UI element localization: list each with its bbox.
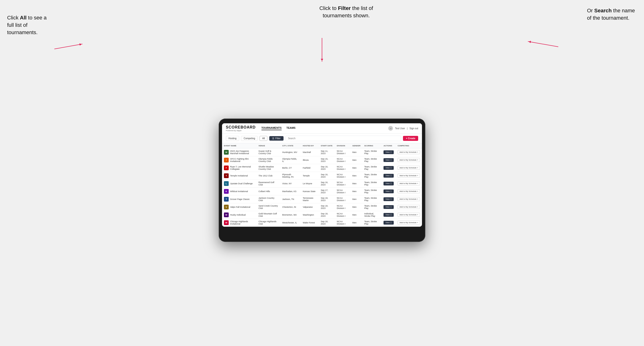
cell-actions: View ⓘ <box>382 156 396 164</box>
table-row: V Valpo Fall Invitational Sand Creek Cou… <box>222 203 422 211</box>
view-button[interactable]: View ⓘ <box>384 150 394 154</box>
cell-competing: Add to My Schedule + <box>396 172 422 179</box>
view-button[interactable]: View ⓘ <box>384 158 394 162</box>
cell-hosted-by: Illinois <box>301 156 319 164</box>
event-name: Chicago Highlands Invitational <box>230 220 254 225</box>
cell-event-name: K Wildcat Invitational <box>222 187 256 195</box>
cell-actions: View ⓘ <box>382 179 396 187</box>
cell-hosted-by: Washington <box>301 211 319 219</box>
cell-division: NCAA Division I <box>335 179 350 187</box>
search-input[interactable] <box>286 136 401 141</box>
cell-start-date: Sep 18, 2023 <box>319 195 335 203</box>
table-row: T Temple Invitational The 1912 Club Plym… <box>222 172 422 179</box>
cell-start-date: Sep 18, 2023 <box>319 203 335 211</box>
view-button[interactable]: View ⓘ <box>384 221 394 225</box>
add-to-schedule-button[interactable]: Add to My Schedule + <box>398 173 420 178</box>
cell-competing: Add to My Schedule + <box>396 179 422 187</box>
event-name: Grover Page Classic <box>230 198 250 200</box>
col-hosted-by: HOSTED BY <box>301 143 319 149</box>
add-to-schedule-button[interactable]: Add to My Schedule + <box>398 205 420 209</box>
table-row: K Wildcat Invitational Colbert Hills Man… <box>222 187 422 195</box>
arrow-left <box>54 44 83 49</box>
tablet-device: SCOREBOARD Powered by clippd TOURNAMENTS… <box>219 119 425 242</box>
header-left: SCOREBOARD Powered by clippd TOURNAMENTS… <box>226 125 296 132</box>
tab-competing[interactable]: Competing <box>241 136 258 141</box>
tab-hosting[interactable]: Hosting <box>226 136 239 141</box>
cell-actions: View ⓘ <box>382 203 396 211</box>
cell-competing: Add to My Schedule + <box>396 203 422 211</box>
view-button[interactable]: View ⓘ <box>384 182 394 185</box>
view-button[interactable]: View ⓘ <box>384 174 394 178</box>
add-to-schedule-button[interactable]: Add to My Schedule + <box>398 197 420 201</box>
cell-venue: Sand Creek Country Club <box>256 203 280 211</box>
cell-venue: The 1912 Club <box>256 172 280 179</box>
table-row: F Ryan T. Lee Memorial Collegiate Shuttl… <box>222 164 422 172</box>
add-to-schedule-button[interactable]: Add to My Schedule + <box>398 220 420 225</box>
view-button[interactable]: View ⓘ <box>384 197 394 201</box>
header-separator: | <box>407 127 408 130</box>
cell-scoring: Team, Stroke Play <box>362 172 382 179</box>
table-row: T Grover Page Classic Jackson Country Cl… <box>222 195 422 203</box>
cell-city-state: Manhattan, KS <box>280 187 301 195</box>
cell-scoring: Team, Stroke Play <box>362 156 382 164</box>
cell-gender: Men <box>350 203 362 211</box>
view-button[interactable]: View ⓘ <box>384 189 394 193</box>
cell-city-state: Huntington, WV <box>280 148 301 156</box>
filter-button[interactable]: ☰ Filter <box>269 136 283 141</box>
arrow-filter <box>322 38 322 62</box>
add-to-schedule-button[interactable]: Add to My Schedule + <box>398 158 420 162</box>
col-gender: GENDER <box>350 143 362 149</box>
col-competing: COMPETING <box>396 143 422 149</box>
cell-event-name: T Temple Invitational <box>222 172 256 179</box>
tournaments-table: EVENT NAME VENUE CITY, STATE HOSTED BY S… <box>222 143 422 227</box>
add-to-schedule-button[interactable]: Add to My Schedule + <box>398 166 420 170</box>
create-button[interactable]: + Create <box>403 136 418 141</box>
cell-venue: Gold Mountain Golf Club <box>256 211 280 219</box>
tab-all[interactable]: All <box>260 136 268 141</box>
cell-venue: Chicago Highlands Club <box>256 219 280 226</box>
team-logo: W <box>224 212 229 217</box>
cell-scoring: Team, Stroke Play <box>362 195 382 203</box>
cell-division: NCAA Division I <box>335 164 350 172</box>
event-name: Ryan T. Lee Memorial Collegiate <box>230 166 254 170</box>
cell-scoring: Team, Stroke Play <box>362 164 382 172</box>
table-header: EVENT NAME VENUE CITY, STATE HOSTED BY S… <box>222 143 422 149</box>
cell-hosted-by: Wake Forest <box>301 219 319 226</box>
view-button[interactable]: View ⓘ <box>384 205 394 209</box>
arrow-search <box>528 41 558 47</box>
cell-competing: Add to My Schedule + <box>396 195 422 203</box>
add-to-schedule-button[interactable]: Add to My Schedule + <box>398 181 420 185</box>
cell-actions: View ⓘ <box>382 164 396 172</box>
cell-division: NCAA Division I <box>335 211 350 219</box>
col-city-state: CITY, STATE <box>280 143 301 149</box>
cell-competing: Add to My Schedule + <box>396 211 422 219</box>
cell-start-date: Sep 18, 2023 <box>319 219 335 226</box>
cell-gender: Men <box>350 148 362 156</box>
logo-area: SCOREBOARD Powered by clippd <box>226 125 256 132</box>
cell-start-date: Sep 11, 2023 <box>319 148 335 156</box>
add-to-schedule-button[interactable]: Add to My Schedule + <box>398 213 420 217</box>
cell-venue: Guyan Golf & Country Club <box>256 148 280 156</box>
nav-tournaments[interactable]: TOURNAMENTS <box>262 126 282 130</box>
view-button[interactable]: View ⓘ <box>384 166 394 170</box>
annotation-top-left: Click All to see a full list of tourname… <box>7 14 54 36</box>
view-button[interactable]: View ⓘ <box>384 213 394 217</box>
team-logo: L <box>224 181 229 186</box>
cell-competing: Add to My Schedule + <box>396 156 422 164</box>
add-to-schedule-button[interactable]: Add to My Schedule + <box>398 150 420 154</box>
cell-venue: Jackson Country Club <box>256 195 280 203</box>
cell-scoring: Team, Stroke Play <box>362 179 382 187</box>
nav-teams[interactable]: TEAMS <box>286 126 296 130</box>
cell-gender: Men <box>350 172 362 179</box>
cell-city-state: Berlin, CT <box>280 164 301 172</box>
toolbar: Hosting Competing All ☰ Filter + Create <box>222 134 422 143</box>
cell-city-state: Plymouth Meeting, PA <box>280 172 301 179</box>
event-name: 2023 Joe Feaganes Marshall Invitational <box>230 150 254 155</box>
team-logo: W <box>224 220 229 225</box>
add-to-schedule-button[interactable]: Add to My Schedule + <box>398 189 420 193</box>
col-division: DIVISION <box>335 143 350 149</box>
cell-competing: Add to My Schedule + <box>396 187 422 195</box>
col-actions: ACTIONS <box>382 143 396 149</box>
sign-out-link[interactable]: Sign out <box>410 127 418 130</box>
annotation-top-right: Or Search the name of the tournament. <box>587 7 639 22</box>
